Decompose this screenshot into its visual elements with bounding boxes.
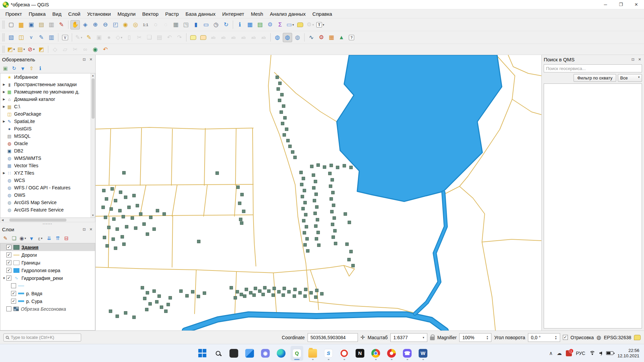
app-office[interactable] xyxy=(338,346,351,361)
browser-item[interactable]: ◍ArcGIS Feature Service xyxy=(0,206,95,214)
crs-value[interactable]: EPSG:32638 xyxy=(604,335,631,340)
data-source-manager-button[interactable]: ▧ xyxy=(6,33,16,42)
save-project-button[interactable]: ▣ xyxy=(26,20,36,29)
open-layer-styling-button[interactable]: ✎ xyxy=(1,234,9,242)
filter-legend-button[interactable]: ▼ xyxy=(28,234,36,242)
tray-app-badge-icon[interactable] xyxy=(566,350,572,356)
task-view[interactable] xyxy=(243,346,256,361)
magnifier-spinner[interactable]: 100% ▲▼ xyxy=(459,333,491,342)
filter-browser-button[interactable]: ▼ xyxy=(19,64,27,72)
map-tips-button[interactable] xyxy=(296,20,305,29)
select-features-by-value-button[interactable]: ▤▾ xyxy=(16,45,26,54)
new-spatialite-layer-button[interactable]: ✎ xyxy=(37,33,46,42)
toolbar-grip[interactable] xyxy=(2,33,5,42)
new-virtual-layer-button[interactable]: ▥ xyxy=(47,33,56,42)
browser-item[interactable]: ●PostGIS xyxy=(0,125,95,132)
app-notion[interactable]: N xyxy=(354,346,366,361)
browser-item[interactable]: ▶⌂Домашний каталог xyxy=(0,96,95,103)
refresh-browser-button[interactable]: ↻ xyxy=(10,64,18,72)
close-button[interactable]: ✕ xyxy=(629,0,644,9)
browser-item[interactable]: ◍WCS xyxy=(0,177,95,184)
toggle-editing-button[interactable]: ✎ xyxy=(84,33,94,42)
menu-item-3[interactable]: Вид xyxy=(49,10,65,18)
layer-visibility-checkbox[interactable]: ✓ xyxy=(6,268,11,273)
search-button[interactable] xyxy=(212,346,224,361)
wifi-icon[interactable] xyxy=(589,351,595,355)
layer-visibility-checkbox[interactable]: ✓ xyxy=(6,245,11,250)
volume-icon[interactable]: ) xyxy=(599,351,602,356)
layer-visibility-checkbox[interactable]: ✓ xyxy=(6,252,11,257)
browser-item[interactable]: ◫GeoPackage xyxy=(0,110,95,118)
remove-layer-button[interactable]: ⊟ xyxy=(62,234,70,242)
revert-changes-button[interactable]: ↶ xyxy=(101,45,110,54)
plugin-vector-tools-button[interactable]: ▲ xyxy=(337,33,346,42)
render-checkbox[interactable]: ✓ xyxy=(563,335,568,340)
layer-row[interactable]: ✓р. Вядя xyxy=(0,290,95,297)
browser-item[interactable]: ▣DB2 xyxy=(0,147,95,155)
app-qgis[interactable]: Q xyxy=(290,346,303,361)
panel-splitter[interactable]: •••••• xyxy=(0,222,95,225)
text-annotation-button[interactable]: T▾ xyxy=(316,20,325,29)
identify-features-button[interactable]: ℹ xyxy=(235,20,245,29)
layer-row[interactable]: ✓Здания xyxy=(0,243,95,251)
browser-item[interactable]: ▶▦Размещение по умолчанию д. xyxy=(0,88,95,96)
layer-row[interactable]: ▼✓∿Гидрография_реки xyxy=(0,274,95,282)
crs-globe-icon[interactable]: ◍ xyxy=(596,334,601,341)
app-edge[interactable] xyxy=(275,346,287,361)
qms-filter-by-extent-button[interactable]: Фильтр по охвату xyxy=(574,74,616,82)
browser-item[interactable]: ▶▆C:\ xyxy=(0,103,95,110)
menu-item-9[interactable]: База данных xyxy=(182,10,219,18)
collapse-all-browser-button[interactable]: ⇧ xyxy=(28,64,36,72)
menu-item-8[interactable]: Растр xyxy=(162,10,182,18)
select-by-location-button[interactable]: ◩ xyxy=(37,45,46,54)
battery-icon[interactable] xyxy=(606,351,613,355)
expand-arrow-icon[interactable]: ▶ xyxy=(2,98,6,101)
statistics-summary-button[interactable]: ▤ xyxy=(255,20,265,29)
menu-item-6[interactable]: Модули xyxy=(114,10,139,18)
scroll-left-icon[interactable]: ◀ xyxy=(0,218,5,222)
app-chat[interactable]: ◉ xyxy=(259,346,272,361)
python-console-button[interactable]: ∿ xyxy=(307,33,316,42)
layout-manager-button[interactable]: ▥ xyxy=(47,20,56,29)
rotation-spinner[interactable]: 0,0 ° ▲▼ xyxy=(528,333,560,342)
browser-item[interactable]: ◍WMS/WMTS xyxy=(0,155,95,162)
show-statistical-summary-button[interactable]: Σ xyxy=(275,20,285,29)
expand-arrow-icon[interactable]: ▶ xyxy=(2,83,6,86)
zoom-native-button[interactable]: 1:1 xyxy=(141,20,150,29)
refresh-map-button[interactable]: ↻ xyxy=(221,20,231,29)
layer-visibility-checkbox[interactable]: ✓ xyxy=(6,260,11,265)
pan-map-button[interactable]: ✋ xyxy=(70,20,80,29)
browser-item[interactable]: ▦Vector Tiles xyxy=(0,162,95,169)
menu-item-11[interactable]: Mesh xyxy=(248,10,267,18)
browser-close-icon[interactable]: ✕ xyxy=(89,57,93,62)
zoom-in-button[interactable]: ⊕ xyxy=(91,20,100,29)
lock-scale-icon[interactable] xyxy=(430,337,435,340)
minimize-button[interactable]: ─ xyxy=(598,0,613,9)
pan-to-selection-button[interactable]: ◈ xyxy=(80,20,90,29)
show-hide-layers-button[interactable]: ◉ xyxy=(91,45,100,54)
browser-item[interactable]: ◍ArcGIS Map Service xyxy=(0,199,95,206)
qms-search-panel-button[interactable]: ◍ xyxy=(283,33,292,42)
browser-item[interactable]: ▶∷XYZ Tiles xyxy=(0,169,95,177)
browser-item[interactable]: ◍WFS / OGC API - Features xyxy=(0,184,95,191)
plugin-raster-tools-button[interactable]: ▦ xyxy=(327,33,336,42)
toolbar-grip[interactable] xyxy=(2,46,5,53)
layer-row[interactable]: Обрезка Бессоновка xyxy=(0,305,95,313)
menu-item-1[interactable]: Проект xyxy=(2,10,25,18)
zoom-last-button[interactable]: ◌ xyxy=(151,20,160,29)
layer-visibility-checkbox[interactable] xyxy=(6,306,11,311)
filter-by-expression-button[interactable]: ε▾ xyxy=(36,234,44,242)
menu-item-13[interactable]: Справка xyxy=(309,10,335,18)
scroll-thumb[interactable] xyxy=(9,219,66,222)
add-selected-layers-button[interactable]: ▣ xyxy=(1,64,9,72)
app-chrome[interactable] xyxy=(369,346,382,361)
coordinate-input[interactable]: 503536,5903084 xyxy=(308,333,358,342)
expand-arrow-icon[interactable]: ▶ xyxy=(2,90,6,94)
spinner-arrows-icon[interactable]: ▲▼ xyxy=(486,335,489,340)
temporal-controller-button[interactable]: ◷ xyxy=(211,20,221,29)
tray-expand-icon[interactable]: ∧ xyxy=(549,350,553,356)
browser-undock-icon[interactable]: ⊡ xyxy=(82,57,87,62)
browser-horizontal-scrollbar[interactable]: ◀ xyxy=(0,218,95,222)
locator-input[interactable]: Type to locate (Ctrl+K) xyxy=(3,334,81,342)
menu-item-10[interactable]: Интернет xyxy=(219,10,247,18)
